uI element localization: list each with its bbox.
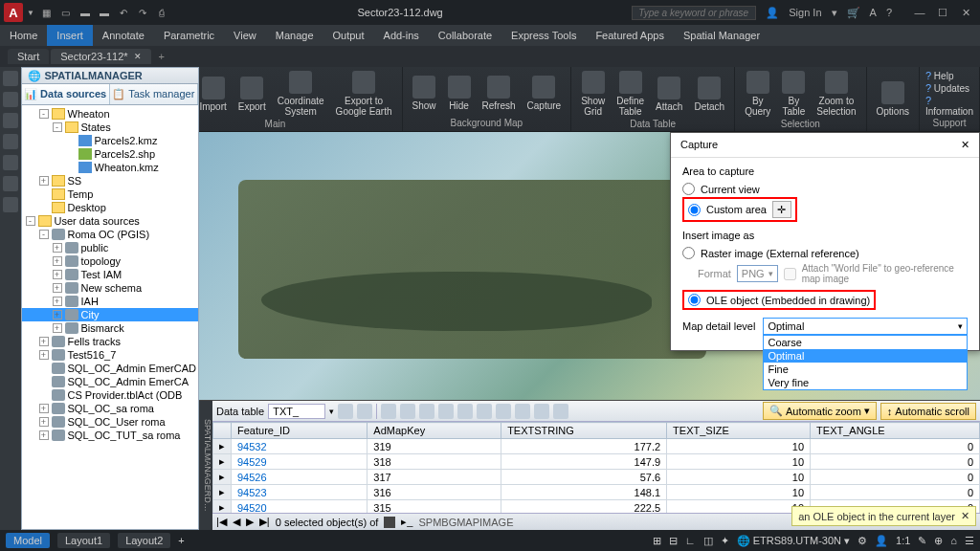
status-crs[interactable]: 🌐 ETRS89.UTM-30N ▾ — [737, 535, 850, 547]
data-grid[interactable]: Feature_IDAdMapKeyTEXTSTRINGTEXT_SIZETEX… — [212, 422, 980, 513]
expand-icon[interactable]: + — [53, 283, 62, 293]
expand-icon[interactable]: + — [53, 297, 62, 306]
tool-icon[interactable] — [534, 404, 549, 419]
expand-icon[interactable]: + — [39, 430, 49, 440]
ribbon-btn-show[interactable]: Show — [409, 74, 440, 113]
ribbon-btn-detach[interactable]: Detach — [690, 75, 728, 114]
detail-combo[interactable]: Optimal▾ CoarseOptimalFineVery fine — [763, 318, 968, 335]
tree-item[interactable]: +Bismarck — [22, 321, 199, 335]
saveas-icon[interactable]: ▬ — [98, 6, 111, 19]
expand-icon[interactable]: + — [53, 310, 62, 320]
tree-item[interactable]: SQL_OC_Admin EmerCA — [22, 375, 199, 388]
detail-option[interactable]: Optimal — [764, 349, 967, 363]
pick-area-button[interactable]: ✛ — [772, 201, 791, 218]
new-icon[interactable]: ▦ — [40, 6, 54, 19]
ribbon-btn-refresh[interactable]: Refresh — [479, 74, 520, 113]
radio-custom-area[interactable] — [688, 204, 701, 216]
radio-ole[interactable] — [688, 294, 701, 306]
data-table-side-title[interactable]: SPATIALMANAGERD… — [199, 401, 212, 530]
tree-item[interactable]: +Test IAM — [22, 268, 199, 281]
ribbon-btn-export-to-google-earth[interactable]: Export to Google Earth — [332, 69, 396, 119]
menu-parametric[interactable]: Parametric — [154, 25, 224, 46]
last-icon[interactable]: ▶| — [259, 516, 270, 528]
model-tab[interactable]: Model — [6, 533, 50, 548]
tree-item[interactable]: CS Provider.tblAct (ODB — [22, 388, 199, 402]
app-icon[interactable]: A — [4, 3, 23, 22]
menu-annotate[interactable]: Annotate — [93, 25, 154, 46]
close-icon[interactable]: ✕ — [961, 139, 969, 151]
tree-item[interactable]: +New schema — [22, 281, 199, 295]
close-icon[interactable]: ✕ — [961, 510, 969, 522]
menu-featured-apps[interactable]: Featured Apps — [586, 25, 674, 46]
tree-item[interactable]: -Wheaton — [22, 107, 199, 121]
tree-item[interactable]: -User data sources — [22, 214, 199, 228]
first-icon[interactable]: |◀ — [216, 516, 227, 528]
ribbon-btn-zoom-to-selection[interactable]: Zoom to Selection — [813, 69, 859, 119]
save-icon[interactable]: ▬ — [78, 6, 92, 19]
menu-add-ins[interactable]: Add-ins — [374, 25, 429, 46]
clear-icon[interactable] — [419, 404, 434, 419]
menu-output[interactable]: Output — [323, 25, 374, 46]
expand-icon[interactable]: + — [39, 337, 49, 346]
tool-icon[interactable] — [3, 113, 18, 128]
autodesk-icon[interactable]: A — [870, 7, 877, 18]
tree-item[interactable]: -Roma OC (PGIS) — [22, 228, 199, 241]
menu-manage[interactable]: Manage — [266, 25, 323, 46]
table-row[interactable]: ▸94523316148.1100 — [213, 485, 980, 500]
tool-icon[interactable] — [3, 92, 18, 107]
expand-icon[interactable]: + — [53, 243, 62, 253]
cart-icon[interactable]: 🛒 — [847, 7, 860, 19]
auto-zoom-button[interactable]: 🔍 Automatic zoom ▾ — [763, 402, 877, 420]
expand-icon[interactable]: + — [39, 176, 49, 186]
table-row[interactable]: ▸9452631757.6100 — [213, 470, 980, 485]
tree-item[interactable]: +topology — [22, 254, 199, 268]
tree-item[interactable]: +IAH — [22, 295, 199, 308]
tree-item[interactable]: +SQL_OC_User roma — [22, 415, 199, 429]
status-icon[interactable]: ⚙ — [858, 535, 867, 547]
status-icon[interactable]: ⊕ — [934, 535, 943, 547]
table-row[interactable]: ▸94532319177.2100 — [213, 439, 980, 454]
add-layout-icon[interactable]: + — [178, 535, 184, 546]
open-icon[interactable]: ▭ — [59, 6, 73, 19]
ribbon-btn-capture[interactable]: Capture — [523, 74, 566, 113]
tool-icon[interactable] — [3, 197, 18, 212]
app-menu-arrow[interactable]: ▼ — [27, 9, 34, 17]
status-icon[interactable]: ⊞ — [653, 535, 661, 547]
tree-item[interactable]: Parcels2.shp — [22, 147, 199, 161]
tab-start[interactable]: Start — [8, 49, 49, 64]
col-header[interactable]: Feature_ID — [232, 423, 368, 439]
status-icon[interactable]: ⌂ — [950, 535, 957, 546]
help-link-updates[interactable]: ? Updates — [925, 82, 973, 94]
expand-icon[interactable]: + — [39, 350, 49, 360]
export-icon[interactable] — [438, 404, 454, 419]
menu-express-tools[interactable]: Express Tools — [501, 25, 586, 46]
status-icon[interactable]: ∟ — [685, 535, 696, 546]
radio-raster[interactable] — [682, 247, 695, 259]
table-row[interactable]: ▸94529318147.9100 — [213, 454, 980, 470]
tab-data-sources[interactable]: 📊 Data sources — [22, 84, 110, 104]
menu-home[interactable]: Home — [0, 25, 47, 46]
status-icon[interactable]: ✎ — [918, 535, 926, 547]
status-icon[interactable]: ☰ — [965, 535, 974, 547]
col-icon[interactable] — [477, 404, 492, 419]
tree-item[interactable]: Parcels2.kmz — [22, 134, 199, 147]
detail-option[interactable]: Very fine — [764, 376, 967, 389]
opts-icon[interactable] — [553, 404, 568, 419]
ribbon-btn-import[interactable]: Import — [195, 75, 230, 114]
refresh-icon[interactable] — [338, 404, 353, 419]
menu-view[interactable]: View — [224, 25, 266, 46]
help-link-information[interactable]: ? Information — [925, 95, 973, 117]
tool-icon[interactable] — [515, 404, 530, 419]
signin-link[interactable]: Sign In — [789, 7, 821, 18]
tool-icon[interactable] — [3, 134, 18, 149]
redo-icon[interactable]: ↷ — [136, 6, 149, 19]
ribbon-btn-show-grid[interactable]: Show Grid — [577, 69, 609, 119]
col-header[interactable]: TEXTSTRING — [501, 423, 667, 439]
detail-option[interactable]: Fine — [764, 363, 967, 376]
layout1-tab[interactable]: Layout1 — [57, 533, 110, 548]
next-icon[interactable]: ▶ — [246, 516, 254, 528]
expand-icon[interactable]: - — [39, 109, 49, 119]
expand-icon[interactable]: - — [53, 122, 62, 132]
close-status-icon[interactable] — [384, 517, 395, 528]
help-link-help[interactable]: ? Help — [925, 70, 973, 81]
